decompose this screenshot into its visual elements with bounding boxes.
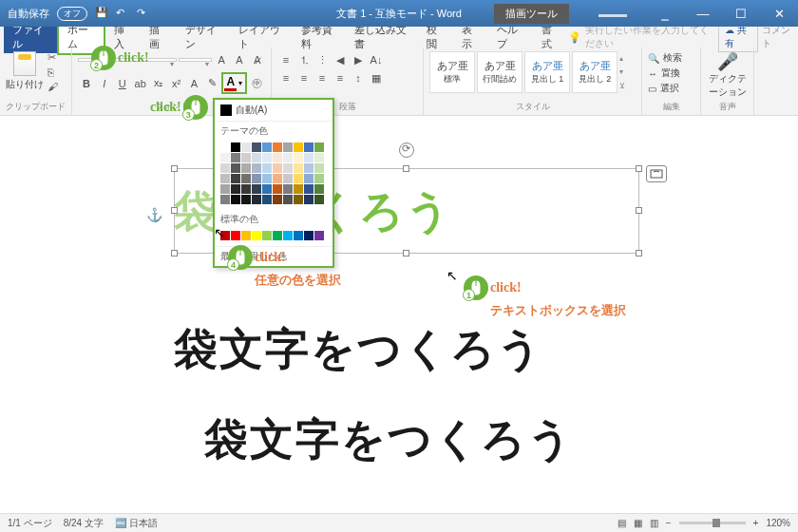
zoom-level[interactable]: 120% [766, 518, 790, 528]
resize-handle[interactable] [171, 165, 178, 172]
color-swatch[interactable] [314, 231, 324, 240]
color-swatch[interactable] [304, 195, 314, 204]
subscript-button[interactable]: x₂ [150, 75, 167, 92]
enclose-char-button[interactable]: ㊥ [248, 75, 265, 92]
color-swatch[interactable] [294, 142, 303, 152]
styles-up-icon[interactable]: ▴ [619, 54, 633, 63]
color-swatch[interactable] [220, 153, 230, 162]
color-swatch[interactable] [283, 153, 293, 162]
strikethrough-button[interactable]: ab [132, 75, 149, 92]
align-left-icon[interactable]: ≡ [277, 69, 294, 86]
color-swatch[interactable] [294, 163, 303, 173]
color-swatch[interactable] [273, 142, 282, 152]
zoom-slider[interactable] [679, 522, 746, 524]
color-swatch[interactable] [241, 195, 251, 204]
color-swatch[interactable] [220, 142, 230, 152]
ribbon-options-icon[interactable]: ⎯ [646, 0, 684, 27]
color-swatch[interactable] [294, 231, 303, 240]
color-swatch[interactable] [231, 184, 240, 194]
rotate-handle[interactable] [399, 142, 414, 158]
color-swatch[interactable] [252, 174, 261, 183]
copy-icon[interactable]: ⎘ [48, 66, 58, 78]
color-swatch[interactable] [294, 174, 303, 183]
color-swatch[interactable] [262, 174, 272, 183]
color-swatch[interactable] [314, 195, 324, 204]
chevron-down-icon[interactable]: ▾ [237, 79, 244, 87]
select-button[interactable]: ▭選択 [648, 82, 694, 95]
view-web-icon[interactable]: ▥ [650, 518, 658, 528]
color-swatch[interactable] [252, 153, 261, 162]
color-swatch[interactable] [304, 163, 314, 173]
color-swatch[interactable] [252, 142, 261, 152]
color-swatch[interactable] [283, 231, 293, 240]
color-swatch[interactable] [220, 195, 230, 204]
color-swatch[interactable] [314, 142, 324, 152]
layout-options-icon[interactable] [646, 165, 667, 182]
color-swatch[interactable] [283, 142, 293, 152]
close-icon[interactable]: ✕ [760, 0, 798, 27]
color-swatch[interactable] [252, 184, 261, 194]
increase-indent-icon[interactable]: ▶ [350, 51, 367, 68]
redo-icon[interactable]: ↷ [137, 7, 150, 20]
style-heading2[interactable]: あア亜見出し 2 [572, 51, 618, 93]
zoom-out-icon[interactable]: − [666, 518, 672, 528]
color-swatch[interactable] [314, 174, 324, 183]
color-swatch[interactable] [273, 231, 282, 240]
cut-icon[interactable]: ✂ [48, 51, 58, 64]
color-swatch[interactable] [304, 142, 314, 152]
save-icon[interactable]: 💾 [95, 7, 108, 20]
paste-button[interactable]: 貼り付け [6, 51, 44, 92]
document-canvas[interactable]: ⚓ 袋をつくろう 袋文字をつくろう 袋文字をつくろう ↖ ↖ [0, 116, 798, 513]
color-swatch[interactable] [294, 195, 303, 204]
resize-handle[interactable] [636, 165, 642, 172]
find-button[interactable]: 🔍検索 [648, 51, 694, 65]
color-swatch[interactable] [273, 163, 282, 173]
text-effects-button[interactable]: A [186, 75, 203, 92]
italic-button[interactable]: I [96, 75, 113, 92]
color-swatch[interactable] [231, 142, 240, 152]
color-swatch[interactable] [304, 231, 314, 240]
color-swatch[interactable] [231, 153, 240, 162]
font-size-select[interactable] [179, 58, 212, 62]
bold-button[interactable]: B [78, 75, 95, 92]
resize-handle[interactable] [636, 207, 642, 214]
superscript-button[interactable]: x² [168, 75, 185, 92]
resize-handle[interactable] [636, 250, 642, 256]
color-swatch[interactable] [283, 184, 293, 194]
color-swatch[interactable] [283, 195, 293, 204]
color-swatch[interactable] [231, 231, 240, 240]
view-read-icon[interactable]: ▦ [634, 518, 642, 528]
resize-handle[interactable] [171, 250, 178, 256]
body-text-1[interactable]: 袋文字をつくろう [174, 320, 543, 379]
color-swatch[interactable] [283, 163, 293, 173]
numbering-icon[interactable]: ⒈ [295, 51, 313, 68]
resize-handle[interactable] [403, 165, 409, 172]
color-swatch[interactable] [283, 174, 293, 183]
tell-me-search[interactable]: 実行したい作業を入力してください [585, 24, 714, 50]
color-swatch[interactable] [220, 174, 230, 183]
style-normal[interactable]: あア亜標準 [429, 51, 475, 93]
color-swatch[interactable] [241, 174, 251, 183]
color-swatch[interactable] [262, 142, 272, 152]
color-swatch[interactable] [262, 231, 272, 240]
format-painter-icon[interactable]: 🖌 [48, 81, 58, 92]
style-nospacing[interactable]: あア亜行間詰め [477, 51, 522, 93]
dictation-button[interactable]: 🎤 ディクテーション [707, 51, 748, 99]
justify-icon[interactable]: ≡ [332, 69, 349, 86]
align-center-icon[interactable]: ≡ [295, 69, 313, 86]
align-right-icon[interactable]: ≡ [314, 69, 331, 86]
shading-icon[interactable]: ▦ [368, 69, 385, 86]
styles-down-icon[interactable]: ▾ [619, 67, 633, 76]
font-color-button[interactable]: A ▾ [221, 72, 247, 94]
line-spacing-icon[interactable]: ↕ [350, 69, 367, 86]
color-swatch[interactable] [304, 174, 314, 183]
view-print-icon[interactable]: ▤ [618, 518, 626, 528]
color-swatch[interactable] [262, 195, 272, 204]
color-swatch[interactable] [231, 163, 240, 173]
resize-handle[interactable] [403, 250, 409, 256]
color-swatch[interactable] [273, 195, 282, 204]
color-swatch[interactable] [262, 153, 272, 162]
contextual-tab[interactable]: 描画ツール [494, 4, 569, 24]
color-swatch[interactable] [304, 153, 314, 162]
color-swatch[interactable] [294, 184, 303, 194]
